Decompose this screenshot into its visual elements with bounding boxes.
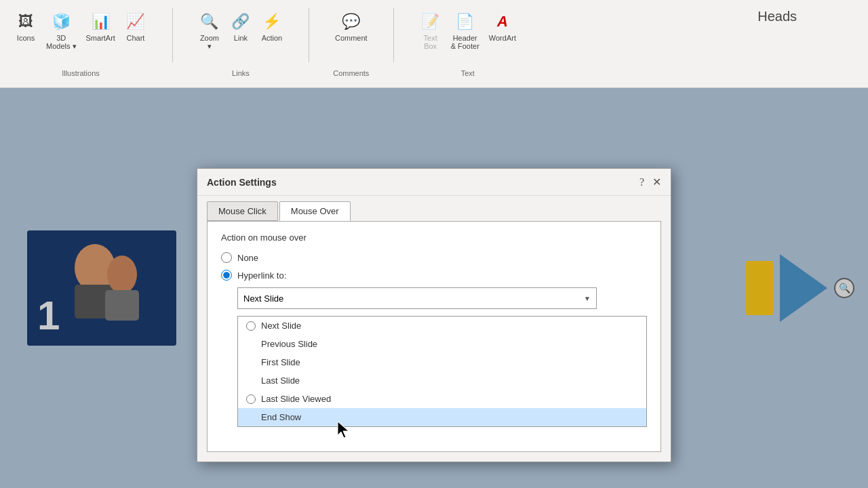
- zoom-label: Zoom▾: [200, 34, 219, 51]
- ribbon-group-text: 📝 TextBox 📄 Header& Footer A WordArt Tex…: [416, 5, 520, 80]
- dropdown-arrow-icon: ▼: [584, 295, 591, 302]
- dropdown-list: Next Slide Previous Slide First Slide: [237, 316, 647, 427]
- cursor-area: [221, 427, 647, 441]
- none-label: None: [237, 253, 258, 263]
- dropdown-item-previous-slide[interactable]: Previous Slide: [238, 335, 646, 353]
- tab-mouse-over[interactable]: Mouse Over: [279, 201, 351, 221]
- dropdown-item-last-slide[interactable]: Last Slide: [238, 371, 646, 390]
- 3d-models-icon: 🧊: [50, 11, 72, 33]
- wordart-label: WordArt: [489, 34, 516, 42]
- next-slide-radio[interactable]: [246, 321, 256, 331]
- separator-3: [393, 8, 394, 62]
- comment-label: Comment: [335, 34, 368, 42]
- section-label: Action on mouse over: [221, 232, 647, 243]
- hyperlink-dropdown-row: Next Slide ▼: [237, 287, 647, 309]
- smartart-label: SmartArt: [86, 34, 115, 42]
- action-label: Action: [262, 34, 283, 42]
- wordart-button[interactable]: A WordArt: [485, 8, 520, 45]
- hyperlink-dropdown[interactable]: Next Slide ▼: [237, 287, 597, 309]
- illustrations-group-label: Illustrations: [62, 69, 100, 80]
- text-box-button[interactable]: 📝 TextBox: [416, 8, 446, 53]
- ribbon-group-comments: 💬 Comment Comments: [331, 5, 372, 80]
- tab-mouse-click[interactable]: Mouse Click: [207, 201, 278, 221]
- chart-button[interactable]: 📈 Chart: [121, 8, 151, 45]
- ribbon-group-illustrations: 🖼 Icons 🧊 3DModels ▾ 📊 SmartArt 📈 Chart …: [11, 5, 151, 80]
- text-box-label: TextBox: [424, 34, 437, 50]
- dialog-title: Action Settings: [207, 177, 277, 188]
- dialog-titlebar: Action Settings ? ✕: [197, 169, 671, 196]
- dropdown-item-next-slide[interactable]: Next Slide: [238, 317, 646, 335]
- help-button[interactable]: ?: [639, 176, 644, 188]
- dialog-controls: ? ✕: [639, 176, 661, 188]
- dropdown-item-end-show[interactable]: End Show: [238, 408, 646, 426]
- wordart-icon: A: [492, 11, 513, 33]
- separator-2: [309, 8, 309, 62]
- dropdown-item-last-slide-viewed[interactable]: Last Slide Viewed: [238, 390, 646, 408]
- dialog-overlay: Action Settings ? ✕ Mouse Click Mouse Ov…: [0, 88, 868, 488]
- smartart-button[interactable]: 📊 SmartArt: [82, 8, 119, 45]
- slide-area: 1 🔍 Action Settings ? ✕ Mouse Click Mous…: [0, 88, 868, 488]
- link-button[interactable]: 🔗 Link: [226, 8, 256, 45]
- hyperlink-option-row: Hyperlink to:: [221, 270, 647, 281]
- comment-icon: 💬: [340, 11, 362, 33]
- ribbon: 🖼 Icons 🧊 3DModels ▾ 📊 SmartArt 📈 Chart …: [0, 0, 868, 88]
- icons-button[interactable]: 🖼 Icons: [11, 8, 41, 45]
- header-footer-label: Header& Footer: [451, 34, 479, 50]
- 3d-models-label: 3DModels ▾: [46, 34, 77, 51]
- link-icon: 🔗: [230, 11, 252, 33]
- previous-slide-label: Previous Slide: [261, 339, 317, 349]
- links-group-label: Links: [232, 69, 250, 80]
- icons-label: Icons: [17, 34, 35, 42]
- 3d-models-button[interactable]: 🧊 3DModels ▾: [42, 8, 81, 54]
- last-slide-viewed-radio[interactable]: [246, 394, 256, 404]
- icons-icon: 🖼: [15, 11, 37, 33]
- end-show-label: End Show: [261, 412, 301, 422]
- text-group-label: Text: [461, 69, 475, 80]
- dropdown-item-first-slide[interactable]: First Slide: [238, 353, 646, 371]
- hyperlink-radio[interactable]: [221, 270, 232, 281]
- hyperlink-label: Hyperlink to:: [237, 270, 286, 281]
- zoom-button[interactable]: 🔍 Zoom▾: [195, 8, 224, 54]
- comment-button[interactable]: 💬 Comment: [331, 8, 372, 45]
- comments-group-label: Comments: [333, 69, 369, 80]
- header-footer-icon: 📄: [454, 11, 476, 33]
- chart-label: Chart: [126, 34, 144, 42]
- svg-marker-5: [338, 422, 349, 438]
- separator-1: [172, 8, 173, 62]
- none-option-row: None: [221, 252, 647, 263]
- dialog-body: Action on mouse over None Hyperlink to: …: [207, 221, 661, 452]
- last-slide-viewed-label: Last Slide Viewed: [261, 394, 331, 404]
- last-slide-label: Last Slide: [261, 375, 300, 386]
- none-radio[interactable]: [221, 252, 232, 263]
- first-slide-label: First Slide: [261, 357, 300, 367]
- text-box-icon: 📝: [420, 11, 441, 33]
- close-button[interactable]: ✕: [652, 176, 661, 188]
- dialog-tabs: Mouse Click Mouse Over: [197, 196, 671, 221]
- header-footer-button[interactable]: 📄 Header& Footer: [447, 8, 484, 53]
- mouse-cursor: [336, 420, 350, 441]
- next-slide-label: Next Slide: [261, 321, 301, 331]
- heads-text: Heads: [757, 9, 797, 24]
- zoom-icon: 🔍: [199, 11, 220, 33]
- action-button[interactable]: ⚡ Action: [257, 8, 287, 45]
- ribbon-group-links: 🔍 Zoom▾ 🔗 Link ⚡ Action Links: [195, 5, 287, 80]
- action-settings-dialog: Action Settings ? ✕ Mouse Click Mouse Ov…: [197, 168, 671, 462]
- smartart-icon: 📊: [90, 11, 111, 33]
- action-icon: ⚡: [261, 11, 283, 33]
- link-label: Link: [234, 34, 248, 42]
- chart-icon: 📈: [125, 11, 146, 33]
- dropdown-value: Next Slide: [243, 293, 283, 304]
